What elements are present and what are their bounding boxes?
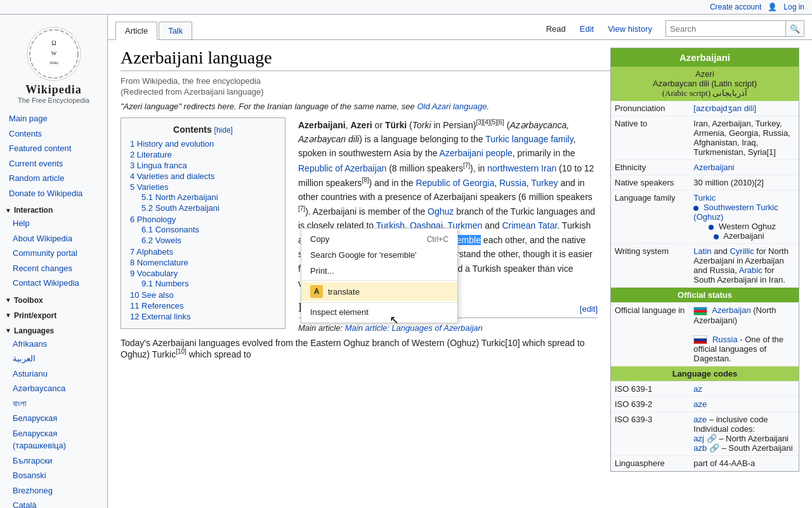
toc-link-10[interactable]: 10 See also — [130, 290, 174, 300]
toc-link-51[interactable]: 5.1 North Azerbaijani — [141, 192, 218, 202]
sidebar-item-current-events[interactable]: Current events — [0, 156, 107, 171]
sidebar-item-help[interactable]: Help — [0, 216, 107, 231]
toc-link-4[interactable]: 4 Varieties and dialects — [130, 171, 214, 181]
writing-cyrillic[interactable]: Cyrillic — [730, 246, 754, 256]
print-toggle[interactable]: ▼ Print/export — [0, 310, 107, 321]
languages-toggle[interactable]: ▼ Languages — [0, 325, 107, 337]
link-nw-iran[interactable]: northwestern Iran — [487, 163, 556, 173]
toc-link-6[interactable]: 6 Phonology — [130, 215, 176, 224]
ethnicity-label: Ethnicity — [611, 160, 690, 175]
svg-text:W: W — [51, 50, 56, 57]
lang-arabic[interactable]: العربية — [0, 351, 107, 366]
section-history-edit-link[interactable]: edit — [582, 304, 595, 314]
sidebar-item-community-portal[interactable]: Community portal — [0, 246, 107, 261]
link-turkic-family[interactable]: Turkic language family — [485, 134, 573, 144]
toc-link-7[interactable]: 7 Alphabets — [130, 247, 173, 257]
toc-link-3[interactable]: 3 Lingua franca — [130, 161, 187, 170]
link-az-people[interactable]: Azerbaijani people — [440, 148, 513, 158]
sidebar-item-contents[interactable]: Contents — [0, 126, 107, 142]
sidebar-item-recent-changes[interactable]: Recent changes — [0, 261, 107, 276]
cm-copy[interactable]: Copy Ctrl+C — [301, 231, 457, 247]
lang-bulgarian[interactable]: Български — [0, 453, 107, 469]
official-ru-link[interactable]: Russia — [712, 335, 738, 344]
cm-inspect[interactable]: Inspect element — [301, 304, 457, 320]
lang-belarusian[interactable]: Беларуская — [0, 411, 107, 426]
cm-search[interactable]: Search Google for 'resemble' — [301, 247, 457, 263]
create-account-link[interactable]: Create account — [710, 3, 761, 11]
lang-bengali[interactable]: বাংলা — [0, 396, 107, 411]
tab-article[interactable]: Article — [115, 22, 157, 40]
link-turkey[interactable]: Turkey — [531, 178, 558, 188]
iso639-1-link[interactable]: az — [693, 384, 702, 394]
sidebar-item-random[interactable]: Random article — [0, 171, 107, 186]
sidebar-item-main-page[interactable]: Main page — [0, 111, 107, 126]
link-oghuz[interactable]: Oghuz — [428, 206, 454, 217]
infobox-row-official-language: Official language in Azerbaijan (North A… — [611, 303, 799, 366]
sidebar-item-about[interactable]: About Wikipedia — [0, 231, 107, 246]
toc-link-91[interactable]: 9.1 Numbers — [141, 279, 188, 288]
writing-arabic[interactable]: Arabic — [739, 265, 763, 275]
lang-azerbaijani[interactable]: Azərbaycanca — [0, 381, 107, 396]
tab-edit[interactable]: Edit — [573, 21, 601, 37]
lf-mid-link[interactable]: Southwestern Turkic (Oghuz) — [693, 203, 778, 222]
tab-view-history[interactable]: View history — [601, 21, 659, 37]
pronunciation-link[interactable]: [azɛrbajdʒan dili] — [693, 104, 756, 113]
native-to-label: Native to — [611, 116, 690, 160]
toc-link-8[interactable]: 8 Nomenclature — [130, 258, 188, 267]
link-crimean-tatar[interactable]: Crimean Tatar — [502, 220, 557, 231]
lf-sub2-wrap: Azerbaijani — [693, 231, 795, 241]
hatnote-link[interactable]: Old Azari language — [417, 102, 487, 111]
bold-azerbaijani: Azerbaijani — [298, 120, 346, 130]
sidebar-item-featured[interactable]: Featured content — [0, 141, 107, 156]
official-az-link[interactable]: Azerbaijan — [712, 305, 750, 315]
interaction-toggle[interactable]: ▼ Interaction — [0, 204, 107, 216]
redirect-link[interactable]: Azerbaijani language — [184, 87, 261, 97]
azb-link[interactable]: azb — [693, 443, 707, 453]
cm-inspect-label: Inspect element — [310, 307, 369, 317]
italic-torki: Torki — [412, 120, 431, 130]
link-republic-az[interactable]: Republic of Azerbaijan — [298, 163, 386, 173]
toc-link-12[interactable]: 12 External links — [130, 312, 190, 321]
link-georgia[interactable]: Republic of Georgia — [416, 178, 494, 188]
tab-read[interactable]: Read — [539, 21, 573, 37]
link-russia[interactable]: Russia — [499, 178, 527, 188]
sidebar-item-donate[interactable]: Donate to Wikipedia — [0, 186, 107, 201]
lang-bosanski[interactable]: Bosanski — [0, 468, 107, 483]
toolbox-toggle[interactable]: ▼ Toolbox — [0, 295, 107, 306]
lf-top-link[interactable]: Turkic — [693, 193, 716, 203]
toc-link-61[interactable]: 6.1 Consonants — [141, 225, 199, 234]
tab-talk[interactable]: Talk — [159, 22, 192, 39]
toc-item-91: 9.1 Numbers — [141, 278, 276, 289]
link-oghuz2[interactable]: Oghuz — [121, 349, 147, 359]
infobox-row-pronunciation: Pronunciation [azɛrbajdʒan dili] — [611, 101, 799, 116]
lang-afrikaans[interactable]: Afrikaans — [0, 337, 107, 352]
contents-hide[interactable]: [hide] — [214, 126, 233, 135]
cm-separator2 — [301, 302, 457, 303]
lang-asturianu[interactable]: Asturianu — [0, 366, 107, 382]
main-article-link[interactable]: Main article: Languages of Azerbaijan — [345, 323, 483, 333]
sidebar-item-contact[interactable]: Contact Wikipedia — [0, 276, 107, 291]
toc-link-1[interactable]: 1 History and evolution — [130, 139, 214, 149]
iso639-2-value: aze — [690, 397, 799, 412]
toc-link-11[interactable]: 11 References — [130, 301, 184, 311]
azj-link[interactable]: azj — [693, 434, 704, 443]
writing-latin[interactable]: Latin — [693, 246, 711, 256]
toc-link-9[interactable]: 9 Vocabulary — [130, 269, 178, 278]
cm-translate[interactable]: A translate — [301, 282, 457, 301]
toc-link-62[interactable]: 6.2 Vowels — [141, 236, 181, 245]
toc-link-5[interactable]: 5 Varieties — [130, 182, 168, 192]
login-link[interactable]: Log in — [783, 3, 804, 11]
search-button[interactable]: 🔍 — [786, 20, 804, 37]
lang-catalan[interactable]: Català — [0, 498, 107, 508]
lang-breton[interactable]: Brezhoneg — [0, 483, 107, 498]
sidebar-languages: ▼ Languages Afrikaans العربية Asturianu … — [0, 325, 107, 509]
search-input[interactable] — [665, 20, 786, 37]
cm-print[interactable]: Print... — [301, 263, 457, 279]
iso639-2-link[interactable]: aze — [693, 399, 707, 409]
lang-belarusian-t[interactable]: Беларуская (тарашкевіца) — [0, 426, 107, 453]
toc-link-2[interactable]: 2 Literature — [130, 150, 172, 159]
infobox-row-iso3: ISO 639-3 aze – inclusive code Individua… — [611, 412, 799, 456]
toc-link-52[interactable]: 5.2 South Azerbaijani — [141, 203, 219, 213]
iso639-3-link[interactable]: aze — [693, 415, 707, 424]
ethnicity-link[interactable]: Azerbaijani — [693, 163, 734, 172]
